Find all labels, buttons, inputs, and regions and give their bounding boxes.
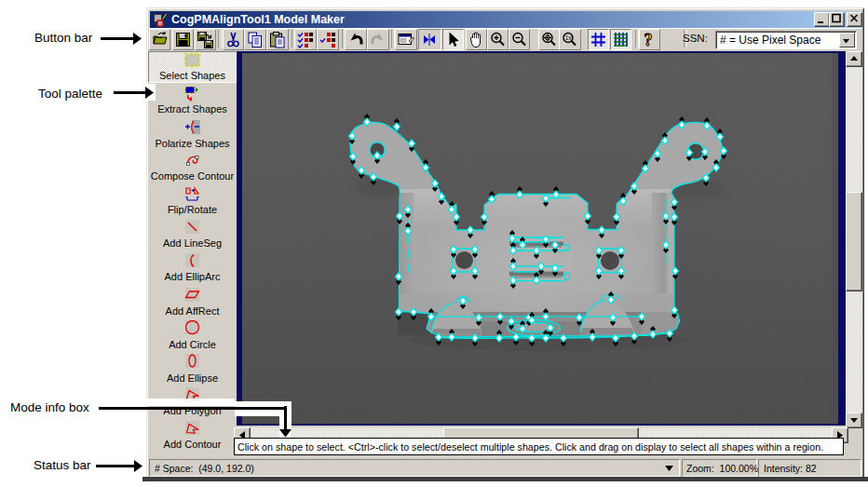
svg-text:1x: 1x [565, 34, 573, 41]
svg-text:?: ? [644, 31, 653, 49]
